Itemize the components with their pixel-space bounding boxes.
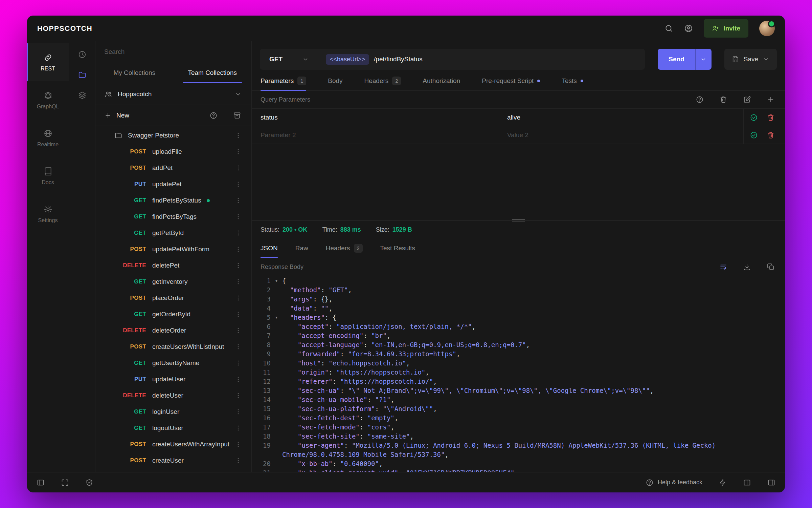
- request-getuserbyname[interactable]: GET getUserByName: [95, 355, 251, 371]
- column-layout-icon[interactable]: [743, 479, 751, 487]
- param-active-toggle-icon[interactable]: [750, 131, 758, 139]
- nav-rest[interactable]: REST: [27, 43, 69, 81]
- strip-tab-folder-icon[interactable]: [78, 70, 87, 79]
- invite-button[interactable]: Invite: [704, 19, 748, 38]
- url-input[interactable]: <<baseUrl>> /pet/findByStatus: [316, 49, 645, 70]
- request-getinventory[interactable]: GET getInventory: [95, 274, 251, 290]
- request-options-icon[interactable]: [234, 408, 242, 416]
- request-options-icon[interactable]: [234, 327, 242, 334]
- tab-raw[interactable]: Raw: [295, 238, 308, 258]
- request-deletepet[interactable]: DELETE deletePet: [95, 257, 251, 274]
- team-selector[interactable]: Hoppscotch: [95, 83, 251, 105]
- clear-all-icon[interactable]: [719, 96, 727, 104]
- request-updateuser[interactable]: PUT updateUser: [95, 371, 251, 387]
- request-placeorder[interactable]: POST placeOrder: [95, 290, 251, 306]
- tab-headers[interactable]: Headers 2: [364, 71, 401, 90]
- copy-icon[interactable]: [767, 263, 775, 271]
- add-param-icon[interactable]: [767, 96, 775, 104]
- collection-folder-partial[interactable]: [95, 469, 251, 472]
- request-options-icon[interactable]: [234, 164, 242, 172]
- collections-search-input[interactable]: [104, 48, 243, 56]
- help-circle-icon[interactable]: [209, 111, 218, 120]
- shortcuts-icon[interactable]: [719, 479, 727, 487]
- request-options-icon[interactable]: [234, 392, 242, 399]
- toggle-sidebar-icon[interactable]: [37, 479, 45, 487]
- wrap-lines-icon[interactable]: [719, 263, 727, 271]
- archive-icon[interactable]: [233, 111, 241, 120]
- request-options-icon[interactable]: [234, 376, 242, 383]
- request-updatepetwithform[interactable]: POST updatePetWithForm: [95, 241, 251, 257]
- download-icon[interactable]: [743, 263, 751, 271]
- interceptor-icon[interactable]: [85, 479, 93, 487]
- request-options-icon[interactable]: [234, 457, 242, 464]
- tab-tests[interactable]: Tests: [562, 71, 583, 90]
- request-updatepet[interactable]: PUT updatePet: [95, 176, 251, 192]
- request-options-icon[interactable]: [234, 181, 242, 188]
- tab-headers[interactable]: Headers 2: [326, 238, 363, 258]
- request-options-icon[interactable]: [234, 229, 242, 237]
- param-delete-icon[interactable]: [767, 131, 775, 139]
- tab-team-collections[interactable]: Team Collections: [174, 62, 252, 83]
- param-active-toggle-icon[interactable]: [750, 113, 758, 122]
- collection-options-icon[interactable]: [234, 132, 242, 139]
- request-findpetsbytags[interactable]: GET findPetsByTags: [95, 209, 251, 225]
- nav-realtime[interactable]: Realtime: [27, 119, 69, 157]
- request-uploadfile[interactable]: POST uploadFile: [95, 144, 251, 160]
- request-getorderbyid[interactable]: GET getOrderById: [95, 306, 251, 322]
- tab-parameters[interactable]: Parameters 1: [261, 71, 306, 90]
- request-options-icon[interactable]: [234, 213, 242, 220]
- method-select[interactable]: GET: [260, 49, 316, 70]
- collection-folder[interactable]: Swagger Petstore: [95, 127, 251, 144]
- param-key-input[interactable]: Parameter 2: [252, 126, 497, 144]
- request-options-icon[interactable]: [234, 343, 242, 351]
- request-createuser[interactable]: POST createUser: [95, 452, 251, 469]
- param-value-input[interactable]: alive: [497, 109, 744, 126]
- request-addpet[interactable]: POST addPet: [95, 160, 251, 176]
- request-createuserswitharrayinput[interactable]: POST createUsersWithArrayInput: [95, 436, 251, 452]
- bulk-edit-icon[interactable]: [743, 96, 751, 104]
- nav-settings[interactable]: Settings: [27, 195, 69, 233]
- request-options-icon[interactable]: [234, 148, 242, 155]
- strip-tab-layers-icon[interactable]: [78, 91, 87, 100]
- tab-my-collections[interactable]: My Collections: [95, 62, 174, 83]
- request-deleteuser[interactable]: DELETE deleteUser: [95, 387, 251, 404]
- account-button[interactable]: [684, 24, 693, 33]
- request-options-icon[interactable]: [234, 359, 242, 367]
- help-feedback-button[interactable]: Help & feedback: [646, 479, 702, 487]
- help-circle-icon[interactable]: [696, 96, 704, 104]
- request-options-icon[interactable]: [234, 278, 242, 285]
- request-findpetsbystatus[interactable]: GET findPetsByStatus: [95, 192, 251, 209]
- request-options-icon[interactable]: [234, 311, 242, 318]
- expand-icon[interactable]: [61, 479, 69, 487]
- request-options-icon[interactable]: [234, 424, 242, 432]
- request-loginuser[interactable]: GET loginUser: [95, 404, 251, 420]
- nav-docs[interactable]: Docs: [27, 157, 69, 195]
- save-button[interactable]: Save: [724, 49, 777, 70]
- tab-test-results[interactable]: Test Results: [380, 238, 415, 258]
- param-value-input[interactable]: Value 2: [497, 126, 744, 144]
- new-collection-button[interactable]: New: [104, 112, 129, 119]
- tab-json[interactable]: JSON: [261, 238, 278, 258]
- request-options-icon[interactable]: [234, 441, 242, 448]
- request-options-icon[interactable]: [234, 246, 242, 253]
- request-createuserswithlistinput[interactable]: POST createUsersWithListInput: [95, 339, 251, 355]
- search-button[interactable]: [664, 24, 673, 33]
- request-deleteorder[interactable]: DELETE deleteOrder: [95, 322, 251, 339]
- send-button[interactable]: Send: [658, 49, 695, 70]
- avatar[interactable]: [759, 21, 775, 36]
- request-options-icon[interactable]: [234, 197, 242, 204]
- tab-pre-request-script[interactable]: Pre-request Script: [482, 71, 540, 90]
- request-options-icon[interactable]: [234, 262, 242, 269]
- request-options-icon[interactable]: [234, 294, 242, 302]
- nav-graphql[interactable]: GraphQL: [27, 81, 69, 119]
- param-delete-icon[interactable]: [767, 113, 775, 122]
- pane-resizer[interactable]: [252, 220, 785, 221]
- toggle-right-panel-icon[interactable]: [767, 479, 775, 487]
- param-key-input[interactable]: status: [252, 109, 497, 126]
- strip-tab-clock-icon[interactable]: [78, 50, 87, 59]
- tab-authorization[interactable]: Authorization: [423, 71, 460, 90]
- request-logoutuser[interactable]: GET logoutUser: [95, 420, 251, 436]
- tab-body[interactable]: Body: [328, 71, 342, 90]
- fold-caret-icon[interactable]: ▾: [271, 276, 282, 285]
- request-getpetbyid[interactable]: GET getPetById: [95, 225, 251, 241]
